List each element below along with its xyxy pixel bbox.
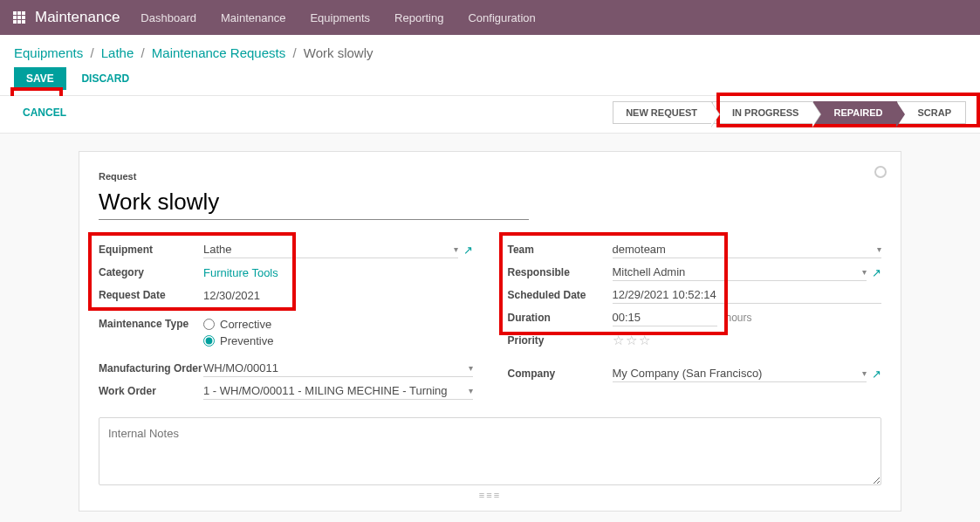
company-label: Company (508, 367, 613, 380)
priority-star-1[interactable]: ☆ (613, 333, 624, 348)
maintenance-preventive-radio[interactable] (203, 335, 215, 347)
nav-reporting[interactable]: Reporting (394, 11, 443, 24)
request-title-input[interactable] (99, 187, 529, 220)
maintenance-corrective-label[interactable]: Corrective (220, 318, 271, 331)
mo-label: Manufacturing Order (99, 362, 203, 374)
breadcrumb-current: Work slowly (304, 45, 373, 60)
internal-notes[interactable] (99, 417, 881, 485)
svg-rect-4 (17, 16, 21, 19)
sheet-wrap: Request Equipment Lathe ▾ ↗ Category Fur… (0, 151, 980, 522)
breadcrumb-requests[interactable]: Maintenance Requests (152, 45, 285, 60)
duration-field[interactable]: 00:15 (613, 309, 717, 326)
equipment-field[interactable]: Lathe ▾ (203, 241, 458, 258)
maintenance-corrective-radio[interactable] (203, 319, 215, 330)
nav-equipments[interactable]: Equipments (310, 11, 370, 24)
svg-rect-6 (13, 20, 17, 24)
request-date-value: 12/30/2021 (203, 287, 473, 304)
priority-label: Priority (508, 334, 613, 347)
category-link[interactable]: Furniture Tools (203, 264, 473, 281)
statusbar: NEW REQUEST IN PROGRESS REPAIRED SCRAP (613, 101, 966, 124)
chevron-down-icon: ▾ (469, 363, 473, 373)
discard-button[interactable]: DISCARD (81, 72, 129, 85)
scheduled-date-label: Scheduled Date (508, 289, 613, 301)
form-sheet: Request Equipment Lathe ▾ ↗ Category Fur… (79, 151, 901, 512)
breadcrumb-equipments[interactable]: Equipments (14, 45, 83, 60)
maintenance-preventive-label[interactable]: Preventive (220, 334, 273, 347)
responsible-field[interactable]: Mitchell Admin ▾ (613, 264, 867, 281)
external-link-icon[interactable]: ↗ (872, 266, 881, 279)
svg-rect-0 (13, 11, 17, 15)
svg-rect-3 (13, 16, 17, 19)
svg-rect-7 (17, 20, 21, 24)
save-button[interactable]: SAVE (14, 67, 66, 90)
svg-rect-1 (17, 11, 21, 15)
status-new-request[interactable]: NEW REQUEST (613, 101, 712, 124)
breadcrumb-lathe[interactable]: Lathe (101, 45, 134, 60)
nav-dashboard[interactable]: Dashboard (140, 11, 196, 24)
chevron-down-icon: ▾ (862, 368, 867, 378)
chevron-down-icon: ▾ (469, 386, 473, 395)
left-column: Equipment Lathe ▾ ↗ Category Furniture T… (99, 239, 473, 403)
priority-star-2[interactable]: ☆ (626, 333, 637, 348)
category-label: Category (99, 266, 203, 278)
status-scrap[interactable]: SCRAP (897, 101, 966, 124)
team-label: Team (508, 244, 613, 256)
chevron-down-icon: ▾ (862, 267, 867, 277)
kanban-state-icon[interactable] (874, 166, 887, 178)
resize-gripper-icon[interactable]: ≡≡≡ (99, 490, 881, 500)
apps-icon[interactable] (7, 5, 31, 30)
external-link-icon[interactable]: ↗ (872, 367, 881, 381)
cancel-button[interactable]: CANCEL (23, 106, 66, 119)
scheduled-date-field[interactable]: 12/29/2021 10:52:14 (613, 286, 882, 304)
navbar: Maintenance Dashboard Maintenance Equipm… (0, 0, 980, 35)
responsible-label: Responsible (508, 266, 613, 278)
request-date-label: Request Date (99, 289, 203, 301)
request-label: Request (99, 171, 881, 182)
priority-stars: ☆ ☆ ☆ (613, 331, 882, 350)
team-field[interactable]: demoteam ▾ (613, 241, 882, 258)
priority-star-3[interactable]: ☆ (639, 333, 650, 348)
svg-rect-8 (22, 20, 25, 24)
status-in-progress[interactable]: IN PROGRESS (712, 101, 813, 124)
right-column: Team demoteam ▾ Responsible Mitchell Adm… (508, 239, 882, 403)
company-field[interactable]: My Company (San Francisco) ▾ (613, 365, 867, 382)
actions-row: CANCEL NEW REQUEST IN PROGRESS REPAIRED … (0, 96, 980, 134)
subbar: Equipments / Lathe / Maintenance Request… (0, 35, 980, 96)
wo-field[interactable]: 1 - WH/MO/00011 - MILING MECHINE - Turni… (203, 382, 473, 400)
breadcrumb: Equipments / Lathe / Maintenance Request… (14, 45, 966, 60)
nav-maintenance[interactable]: Maintenance (221, 11, 285, 24)
status-repaired[interactable]: REPAIRED (813, 101, 897, 124)
maintenance-type-label: Maintenance Type (99, 318, 203, 330)
external-link-icon[interactable]: ↗ (463, 244, 473, 257)
equipment-label: Equipment (99, 244, 203, 256)
svg-rect-2 (22, 11, 25, 15)
chevron-down-icon: ▾ (454, 244, 458, 254)
app-title[interactable]: Maintenance (35, 9, 120, 26)
chevron-down-icon: ▾ (877, 244, 881, 254)
wo-label: Work Order (99, 385, 203, 397)
mo-field[interactable]: WH/MO/00011 ▾ (203, 360, 473, 377)
duration-unit: hours (726, 312, 752, 324)
duration-label: Duration (508, 312, 613, 324)
nav-configuration[interactable]: Configuration (468, 11, 535, 24)
svg-rect-5 (22, 16, 25, 19)
